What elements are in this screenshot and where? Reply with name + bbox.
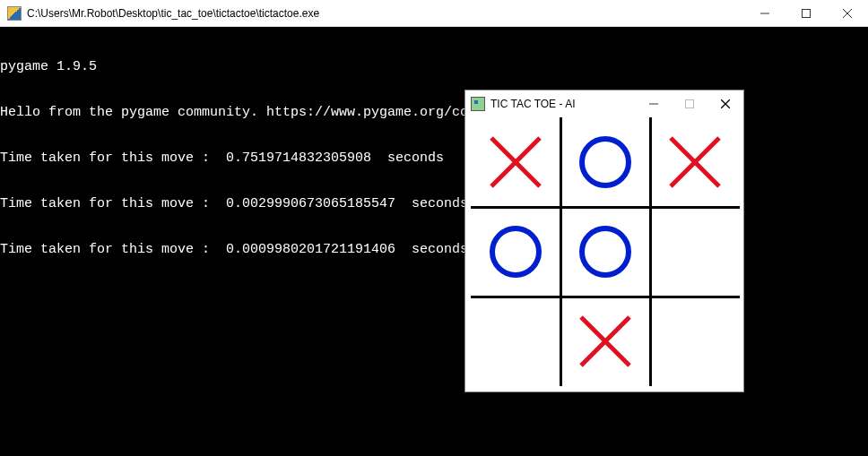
game-titlebar[interactable]: TIC TAC TOE - AI — [465, 90, 743, 117]
x-mark-icon — [664, 131, 726, 194]
close-icon — [721, 99, 730, 108]
close-icon — [843, 9, 852, 18]
minimize-button[interactable] — [744, 0, 786, 27]
minimize-icon — [760, 9, 769, 18]
app-icon — [7, 6, 22, 21]
close-button[interactable] — [827, 0, 868, 27]
game-maximize-button[interactable] — [672, 90, 707, 117]
game-title: TIC TAC TOE - AI — [490, 98, 636, 110]
cell-1-0[interactable] — [471, 207, 560, 297]
pygame-icon — [471, 97, 485, 111]
o-mark-icon — [574, 220, 637, 283]
cell-2-2[interactable] — [650, 297, 740, 386]
cell-0-0[interactable] — [471, 117, 560, 207]
cell-0-2[interactable] — [650, 117, 740, 207]
minimize-icon — [649, 99, 658, 108]
maximize-icon — [802, 9, 811, 18]
cell-0-1[interactable] — [560, 117, 650, 207]
console-titlebar[interactable]: C:\Users\Mr.Robot\Desktop\tic_tac_toe\ti… — [0, 0, 868, 27]
window-controls — [744, 0, 868, 26]
svg-point-14 — [582, 228, 629, 275]
cell-2-1[interactable] — [560, 297, 650, 386]
svg-point-10 — [582, 139, 629, 185]
console-line: pygame 1.9.5 — [0, 59, 868, 74]
x-mark-icon — [574, 310, 637, 373]
game-board — [471, 117, 740, 386]
svg-rect-5 — [686, 100, 694, 108]
cell-1-1[interactable] — [560, 207, 650, 297]
console-title: C:\Users\Mr.Robot\Desktop\tic_tac_toe\ti… — [27, 7, 744, 20]
game-window-controls — [636, 90, 743, 117]
svg-rect-1 — [803, 10, 811, 18]
game-minimize-button[interactable] — [636, 90, 672, 117]
maximize-icon — [685, 99, 694, 108]
game-window: TIC TAC TOE - AI — [464, 90, 744, 392]
x-mark-icon — [484, 131, 547, 194]
o-mark-icon — [574, 131, 637, 194]
o-mark-icon — [484, 220, 547, 283]
cell-1-2[interactable] — [650, 207, 740, 297]
cell-2-0[interactable] — [471, 297, 560, 386]
game-close-button[interactable] — [707, 90, 743, 117]
svg-point-13 — [492, 228, 539, 275]
maximize-button[interactable] — [786, 0, 827, 27]
